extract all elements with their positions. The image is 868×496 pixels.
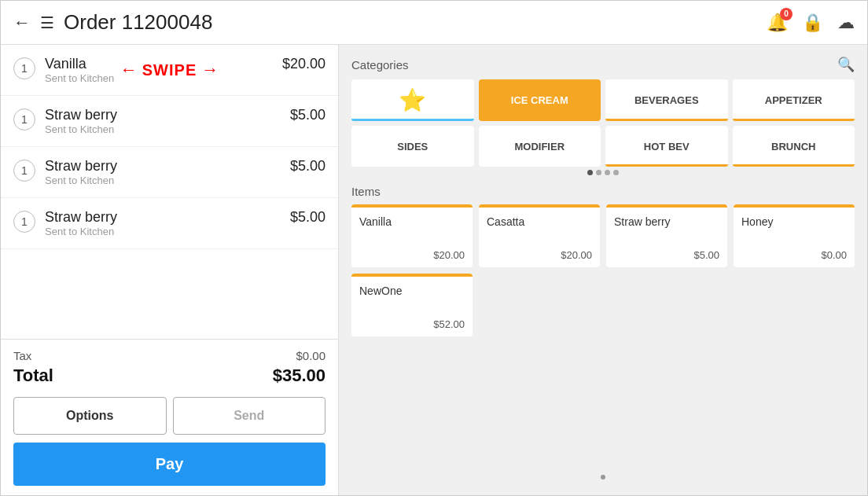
- item-name: Straw berry: [45, 209, 290, 226]
- right-panel: Categories 🔍 ⭐ ICE CREAM BEVERAGES: [339, 45, 867, 495]
- category-label: MODIFIER: [514, 141, 565, 152]
- category-modifier[interactable]: MODIFIER: [479, 126, 601, 167]
- dot-2: [596, 170, 601, 175]
- dot-4: [613, 170, 619, 175]
- menu-item-newone[interactable]: NewOne $52.00: [351, 274, 473, 336]
- menu-item-strawberry[interactable]: Straw berry $5.00: [606, 204, 727, 267]
- screen: ← ☰ Order 11200048 🔔 0 🔒 ☁ 1: [0, 0, 868, 496]
- dot-1: [587, 170, 593, 175]
- star-icon: ⭐: [399, 87, 426, 113]
- category-beverages[interactable]: BEVERAGES: [605, 79, 728, 121]
- total-row: Total $35.00: [13, 366, 326, 386]
- category-favorites[interactable]: ⭐: [351, 79, 474, 121]
- total-value: $35.00: [273, 366, 326, 386]
- pay-button[interactable]: Pay: [13, 443, 326, 486]
- category-label: SIDES: [397, 141, 428, 152]
- item-status: Sent to Kitchen: [45, 226, 290, 237]
- categories-section: Categories 🔍 ⭐ ICE CREAM BEVERAGES: [351, 56, 855, 177]
- category-label: BEVERAGES: [634, 94, 699, 106]
- notification-button[interactable]: 🔔 0: [767, 13, 788, 33]
- item-status: Sent to Kitchen: [45, 123, 290, 135]
- header-icons: 🔔 0 🔒 ☁: [767, 13, 855, 33]
- swipe-indicator: ← SWIPE →: [120, 60, 219, 80]
- total-label: Total: [13, 366, 53, 386]
- items-section: Items Vanilla $20.00 Casatta $20.00 Stra…: [351, 185, 855, 462]
- menu-item-price: $52.00: [359, 318, 465, 330]
- menu-item-vanilla[interactable]: Vanilla $20.00: [351, 204, 473, 267]
- bottom-dot: [601, 475, 605, 479]
- notification-badge: 0: [780, 8, 793, 20]
- swipe-label: SWIPE: [142, 61, 197, 79]
- action-buttons: Options Send: [13, 397, 326, 435]
- dots-indicator: [351, 170, 855, 175]
- swipe-arrow-left: ←: [120, 60, 138, 80]
- item-quantity: 1: [13, 211, 35, 233]
- items-title: Items: [351, 185, 855, 198]
- menu-item-honey[interactable]: Honey $0.00: [734, 204, 855, 267]
- table-row[interactable]: 1 Vanilla Sent to Kitchen ← SWIPE → $20.…: [1, 45, 338, 96]
- header: ← ☰ Order 11200048 🔔 0 🔒 ☁: [1, 1, 867, 45]
- menu-item-price: $5.00: [614, 249, 719, 261]
- tax-row: Tax $0.00: [13, 349, 326, 362]
- item-quantity: 1: [13, 160, 35, 182]
- swipe-arrow-right: →: [201, 60, 219, 80]
- item-details: Straw berry Sent to Kitchen: [45, 158, 290, 186]
- cloud-icon: ☁: [837, 13, 855, 32]
- back-button[interactable]: ←: [13, 13, 31, 33]
- dot-3: [605, 170, 610, 175]
- item-price: $5.00: [290, 158, 326, 175]
- category-brunch[interactable]: BRUNCH: [733, 126, 855, 167]
- category-label: ICE CREAM: [511, 94, 568, 106]
- main-content: 1 Vanilla Sent to Kitchen ← SWIPE → $20.…: [1, 45, 867, 495]
- item-quantity: 1: [13, 108, 35, 130]
- menu-item-name: Vanilla: [359, 215, 465, 228]
- table-row[interactable]: 1 Straw berry Sent to Kitchen $5.00: [1, 198, 338, 249]
- category-label: HOT BEV: [644, 141, 690, 152]
- item-quantity: 1: [13, 57, 35, 79]
- cloud-button[interactable]: ☁: [837, 13, 855, 33]
- options-button[interactable]: Options: [13, 397, 167, 435]
- menu-icon[interactable]: ☰: [40, 13, 54, 32]
- order-footer: Tax $0.00 Total $35.00 Options Send Pay: [1, 339, 338, 495]
- menu-item-price: $0.00: [741, 249, 847, 261]
- menu-item-casatta[interactable]: Casatta $20.00: [479, 204, 600, 267]
- category-sides[interactable]: SIDES: [351, 126, 474, 167]
- send-button[interactable]: Send: [173, 397, 326, 435]
- item-name: Straw berry: [45, 107, 290, 123]
- category-label: APPETIZER: [765, 94, 822, 106]
- menu-item-name: NewOne: [359, 285, 465, 297]
- categories-header: Categories 🔍: [351, 56, 855, 73]
- page-title: Order 11200048: [64, 10, 212, 35]
- item-status: Sent to Kitchen: [45, 175, 290, 186]
- search-icon[interactable]: 🔍: [837, 56, 855, 73]
- order-panel: 1 Vanilla Sent to Kitchen ← SWIPE → $20.…: [1, 45, 339, 495]
- item-price: $5.00: [290, 107, 326, 123]
- category-label: BRUNCH: [771, 141, 815, 152]
- table-row[interactable]: 1 Straw berry Sent to Kitchen $5.00: [1, 96, 338, 147]
- item-name: Straw berry: [45, 158, 290, 175]
- item-price: $5.00: [290, 209, 326, 226]
- header-left: ← ☰ Order 11200048: [13, 10, 757, 35]
- item-price: $20.00: [282, 56, 326, 72]
- menu-item-name: Casatta: [487, 215, 592, 228]
- categories-grid: ⭐ ICE CREAM BEVERAGES APPETIZER: [351, 79, 855, 167]
- menu-item-name: Honey: [741, 215, 847, 228]
- bottom-dot-indicator: [351, 470, 855, 484]
- category-ice-cream[interactable]: ICE CREAM: [479, 79, 601, 121]
- category-hot-bev[interactable]: HOT BEV: [605, 126, 728, 167]
- tax-value: $0.00: [296, 349, 326, 362]
- lock-button[interactable]: 🔒: [802, 13, 823, 33]
- table-row[interactable]: 1 Straw berry Sent to Kitchen $5.00: [1, 147, 338, 198]
- order-items-list: 1 Vanilla Sent to Kitchen ← SWIPE → $20.…: [1, 45, 338, 339]
- tax-label: Tax: [13, 349, 31, 362]
- lock-icon: 🔒: [802, 13, 823, 32]
- categories-title: Categories: [351, 58, 409, 72]
- item-details: Straw berry Sent to Kitchen: [45, 107, 290, 135]
- menu-item-price: $20.00: [359, 249, 465, 261]
- items-grid: Vanilla $20.00 Casatta $20.00 Straw berr…: [351, 204, 855, 336]
- category-appetizer[interactable]: APPETIZER: [733, 79, 855, 121]
- menu-item-price: $20.00: [487, 249, 592, 261]
- menu-item-name: Straw berry: [614, 215, 719, 228]
- item-details: Straw berry Sent to Kitchen: [45, 209, 290, 237]
